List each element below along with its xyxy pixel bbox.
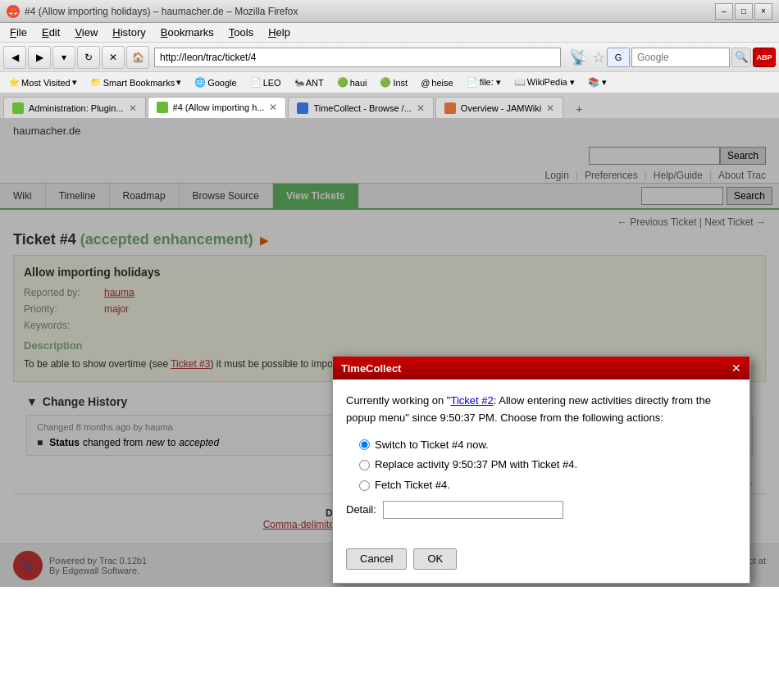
menu-view[interactable]: View [68, 25, 104, 40]
minimize-button[interactable]: – [715, 3, 733, 20]
new-tab-button[interactable]: + [568, 100, 590, 118]
menu-bookmarks[interactable]: Bookmarks [154, 25, 221, 40]
bookmark-google[interactable]: 🌐Google [189, 75, 241, 89]
tab-timecollect-close[interactable]: ✕ [417, 102, 425, 114]
modal-detail-label: Detail: [346, 502, 376, 519]
bookmark-star-icon[interactable]: ☆ [592, 48, 605, 66]
bookmark-most-visited[interactable]: ⭐ Most Visited ▾ [3, 75, 82, 89]
heise-icon: @ [421, 78, 430, 88]
adblock-icon[interactable]: ABP [753, 48, 776, 67]
modal-radio-switch[interactable] [359, 439, 370, 450]
bookmark-leo[interactable]: 📄LEO [245, 75, 286, 89]
tab-jam-close[interactable]: ✕ [546, 102, 554, 114]
maximize-button[interactable]: □ [735, 3, 753, 20]
tab-jam-label: Overview - JAMWiki [461, 103, 541, 113]
modal-close-button[interactable]: ✕ [731, 361, 741, 375]
tab-admin-close[interactable]: ✕ [129, 102, 137, 114]
google-icon: 🌐 [194, 77, 206, 88]
close-button[interactable]: × [754, 3, 772, 20]
tab-admin-label: Administration: Plugin... [29, 103, 124, 113]
search-area: G 🔍 [607, 48, 751, 67]
stop-button[interactable]: ✕ [102, 46, 125, 69]
bookmark-file[interactable]: 📄file: ▾ [462, 75, 506, 89]
back-button[interactable]: ◀ [3, 46, 26, 69]
tab-timecollect-icon [297, 102, 308, 114]
modal-option-1: Replace activity 9:50:37 PM with Ticket … [359, 457, 736, 474]
menu-file[interactable]: File [3, 25, 34, 40]
modal-detail-input[interactable] [383, 501, 563, 519]
modal-option-1-label: Replace activity 9:50:37 PM with Ticket … [375, 457, 577, 474]
modal-description: Currently working on "Ticket #2: Allow e… [346, 393, 736, 427]
bookmark-more[interactable]: 📚 ▾ [583, 75, 612, 89]
bookmark-heise[interactable]: @heise [416, 76, 458, 89]
bookmark-haui[interactable]: 🟢haui [332, 75, 372, 89]
bookmark-inst[interactable]: 🟢Inst [375, 75, 412, 89]
menu-history[interactable]: History [106, 25, 152, 40]
modal-option-2-label: Fetch Ticket #4. [375, 477, 450, 494]
tab-ticket-label: #4 (Allow importing h... [173, 102, 265, 112]
inst-icon: 🟢 [380, 77, 391, 88]
modal-radio-fetch[interactable] [359, 480, 370, 491]
tab-ticket-icon [157, 102, 168, 113]
browser-search-input[interactable] [631, 48, 730, 67]
modal-body: Currently working on "Ticket #2: Allow e… [333, 380, 749, 542]
haui-icon: 🟢 [337, 77, 348, 88]
tab-ticket-close[interactable]: ✕ [269, 102, 277, 113]
search-engine-btn[interactable]: G [607, 48, 630, 67]
rss-icon: 📡 [566, 48, 590, 66]
menu-help[interactable]: Help [262, 25, 297, 40]
modal-option-2: Fetch Ticket #4. [359, 477, 736, 494]
modal-detail-row: Detail: [346, 501, 736, 519]
bookmark-smart-bookmarks[interactable]: 📁 Smart Bookmarks ▾ [85, 75, 186, 89]
menu-edit[interactable]: Edit [35, 25, 66, 40]
tab-admin[interactable]: Administration: Plugin... ✕ [3, 97, 146, 118]
timecollect-modal: TimeCollect ✕ Currently working on "Tick… [332, 356, 750, 584]
url-bar[interactable] [154, 48, 561, 67]
menu-tools[interactable]: Tools [222, 25, 260, 40]
tabs-bar: Administration: Plugin... ✕ #4 (Allow im… [0, 93, 779, 118]
tab-timecollect[interactable]: TimeCollect - Browse /... ✕ [288, 97, 433, 118]
forward-button[interactable]: ▶ [28, 46, 51, 69]
bookmark-wikipedia[interactable]: 📖WikiPedia ▾ [509, 75, 580, 89]
bookmark-icon: ⭐ [8, 77, 20, 88]
bookmarks-bar: ⭐ Most Visited ▾ 📁 Smart Bookmarks ▾ 🌐Go… [0, 72, 779, 93]
window-controls[interactable]: – □ × [715, 3, 772, 20]
modal-radio-group: Switch to Ticket #4 now. Replace activit… [359, 437, 736, 494]
modal-radio-replace[interactable] [359, 460, 370, 470]
tab-admin-icon [12, 102, 24, 114]
leo-icon: 📄 [250, 77, 262, 88]
modal-option-0: Switch to Ticket #4 now. [359, 437, 736, 454]
history-dropdown-button[interactable]: ▾ [52, 46, 75, 69]
wikipedia-icon: 📖 [514, 77, 526, 88]
tab-timecollect-label: TimeCollect - Browse /... [313, 103, 411, 113]
page-content: haumacher.de Search Login | Preferences … [0, 118, 779, 587]
tab-jam-icon [444, 102, 456, 114]
modal-buttons: Cancel OK [333, 542, 749, 583]
title-bar: 🦊 #4 (Allow importing holidays) – haumac… [0, 0, 779, 23]
modal-option-0-label: Switch to Ticket #4 now. [375, 437, 489, 454]
home-button[interactable]: 🏠 [126, 46, 149, 69]
firefox-icon: 🦊 [7, 5, 20, 18]
menu-bar: File Edit View History Bookmarks Tools H… [0, 23, 779, 43]
tab-jam[interactable]: Overview - JAMWiki ✕ [435, 97, 563, 118]
modal-titlebar: TimeCollect ✕ [333, 357, 749, 380]
tab-ticket[interactable]: #4 (Allow importing h... ✕ [148, 97, 287, 118]
modal-cancel-button[interactable]: Cancel [346, 548, 407, 570]
modal-ticket2-link[interactable]: Ticket #2 [450, 394, 493, 407]
reload-button[interactable]: ↻ [77, 46, 100, 69]
bookmark-ant[interactable]: 🐜ANT [289, 76, 329, 89]
nav-bar: ◀ ▶ ▾ ↻ ✕ 🏠 📡 ☆ G 🔍 ABP [0, 43, 779, 72]
bookmark-smart-icon: 📁 [90, 77, 102, 88]
file-icon: 📄 [467, 77, 478, 88]
modal-ok-button[interactable]: OK [413, 548, 457, 570]
browser-search-submit[interactable]: 🔍 [731, 48, 751, 67]
window-title: #4 (Allow importing holidays) – haumache… [25, 6, 298, 17]
ant-icon: 🐜 [294, 78, 304, 87]
modal-title: TimeCollect [341, 362, 401, 375]
